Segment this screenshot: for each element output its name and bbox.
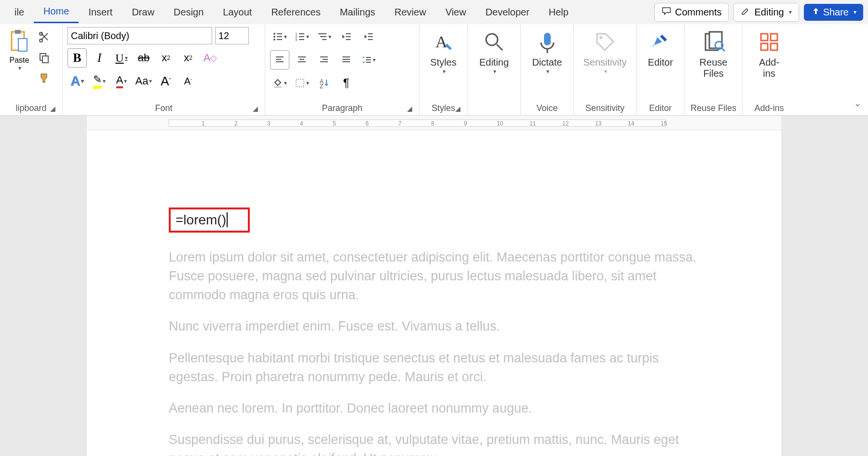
sensitivity-label: Sensitivity — [583, 57, 626, 68]
addins-button[interactable]: Add-ins — [747, 27, 791, 82]
dictate-button[interactable]: Dictate ▾ — [524, 27, 570, 78]
sort-button[interactable]: AZ — [314, 73, 334, 93]
paste-button[interactable]: Paste ▾ — [5, 27, 34, 73]
tab-review[interactable]: Review — [385, 2, 436, 23]
tab-references[interactable]: References — [261, 2, 330, 23]
svg-text:A: A — [435, 33, 448, 51]
align-center-button[interactable] — [292, 50, 312, 69]
underline-button[interactable]: U▾ — [112, 48, 131, 68]
svg-point-11 — [273, 39, 275, 41]
decrease-indent-button[interactable] — [337, 27, 356, 46]
text-effects-button[interactable]: A▾ — [68, 71, 87, 91]
copy-button[interactable] — [37, 50, 52, 66]
document-page[interactable]: =lorem() Lorem ipsum dolor sit amet, con… — [87, 130, 781, 456]
indent-icon — [363, 31, 374, 42]
styles-button[interactable]: A Styles ▾ — [422, 27, 464, 78]
multilevel-list-button[interactable]: ▾ — [314, 27, 334, 46]
line-spacing-button[interactable]: ▾ — [359, 50, 378, 69]
reuse-label: Reuse Files — [697, 57, 730, 79]
search-icon — [482, 30, 506, 54]
group-label-sensitivity: Sensitivity — [579, 101, 631, 113]
cut-button[interactable] — [37, 30, 52, 45]
ruler-graphics: 123456789101112131415 — [87, 116, 781, 130]
grow-font-button[interactable]: Aˆ — [156, 71, 176, 91]
font-color-button[interactable]: A▾ — [112, 71, 131, 91]
change-case-button[interactable]: Aa▾ — [134, 71, 153, 91]
highlight-button[interactable]: ✎▾ — [90, 71, 109, 91]
tag-icon — [593, 30, 617, 54]
outdent-icon — [341, 31, 352, 42]
format-painter-button[interactable] — [37, 70, 52, 86]
svg-point-7 — [273, 33, 275, 35]
svg-text:11: 11 — [529, 120, 536, 127]
editing-button[interactable]: Editing ▾ — [472, 27, 516, 78]
shading-button[interactable]: ▾ — [270, 73, 289, 93]
align-right-icon — [319, 55, 329, 65]
borders-button[interactable]: ▾ — [292, 73, 312, 93]
align-left-button[interactable] — [270, 50, 289, 69]
shrink-font-button[interactable]: Aˇ — [178, 71, 198, 91]
justify-button[interactable] — [337, 50, 356, 69]
group-voice: Dictate ▾ Voice — [521, 24, 574, 115]
font-name-combo[interactable] — [68, 27, 212, 44]
tab-developer[interactable]: Developer — [476, 2, 539, 23]
font-size-combo[interactable] — [215, 27, 249, 44]
group-label-editor: Editor — [641, 101, 679, 113]
tab-design[interactable]: Design — [164, 2, 213, 23]
svg-point-48 — [486, 34, 498, 45]
tab-draw[interactable]: Draw — [122, 2, 164, 23]
show-marks-button[interactable]: ¶ — [337, 73, 356, 93]
chevron-down-icon: ▾ — [18, 65, 21, 71]
group-font: B I U▾ ab x2 x2 A◇ A▾ ✎▾ A▾ Aa▾ Aˆ Aˇ Fo… — [63, 24, 265, 115]
svg-text:3: 3 — [267, 120, 271, 127]
increase-indent-button[interactable] — [359, 27, 378, 46]
tab-insert[interactable]: Insert — [79, 2, 122, 23]
align-right-button[interactable] — [314, 50, 334, 69]
svg-line-49 — [497, 44, 502, 50]
styles-icon: A — [432, 30, 456, 54]
strikethrough-button[interactable]: ab — [134, 48, 153, 68]
dialog-launcher-icon[interactable]: ◢ — [407, 105, 412, 112]
tab-layout[interactable]: Layout — [213, 2, 261, 23]
dialog-launcher-icon[interactable]: ◢ — [455, 105, 461, 112]
comment-icon — [662, 6, 671, 18]
dialog-launcher-icon[interactable]: ◢ — [50, 105, 55, 112]
svg-rect-44 — [296, 79, 304, 87]
editing-mode-button[interactable]: Editing ▾ — [733, 3, 799, 22]
svg-text:15: 15 — [661, 120, 667, 127]
horizontal-ruler[interactable]: 123456789101112131415 — [87, 116, 781, 130]
numbering-button[interactable]: 123▾ — [292, 27, 312, 46]
svg-text:13: 13 — [595, 120, 602, 127]
svg-rect-1 — [15, 30, 21, 34]
svg-text:1: 1 — [202, 120, 205, 127]
share-label: Share — [823, 7, 849, 18]
clear-formatting-button[interactable]: A◇ — [201, 48, 220, 68]
bullets-icon — [272, 31, 283, 42]
editor-label: Editor — [648, 57, 673, 68]
tab-view[interactable]: View — [436, 2, 476, 23]
dictate-label: Dictate — [532, 57, 562, 68]
sensitivity-button[interactable]: Sensitivity ▾ — [575, 27, 634, 78]
tab-home[interactable]: Home — [34, 1, 79, 23]
tab-help[interactable]: Help — [539, 2, 578, 23]
formula-text: =lorem() — [176, 212, 228, 227]
lorem-paragraph: Lorem ipsum dolor sit amet, consectetuer… — [169, 248, 699, 304]
bold-button[interactable]: B — [68, 48, 87, 68]
comments-button[interactable]: Comments — [654, 3, 729, 22]
group-styles: A Styles ▾ Styles ◢ — [420, 24, 468, 115]
collapse-ribbon-button[interactable]: ⌄ — [854, 98, 861, 109]
svg-rect-59 — [771, 43, 777, 50]
share-button[interactable]: Share ▾ — [804, 4, 863, 21]
svg-text:8: 8 — [431, 120, 434, 127]
dialog-launcher-icon[interactable]: ◢ — [253, 105, 258, 112]
editor-button[interactable]: Editor — [640, 27, 680, 71]
bullets-button[interactable]: ▾ — [270, 27, 289, 46]
svg-text:4: 4 — [300, 120, 303, 127]
reuse-files-button[interactable]: Reuse Files — [690, 27, 737, 82]
tab-file[interactable]: ile — [5, 2, 34, 23]
editor-icon — [649, 30, 673, 54]
tab-mailings[interactable]: Mailings — [330, 2, 385, 23]
italic-button[interactable]: I — [90, 48, 109, 68]
superscript-button[interactable]: x2 — [178, 48, 198, 68]
subscript-button[interactable]: x2 — [156, 48, 176, 68]
